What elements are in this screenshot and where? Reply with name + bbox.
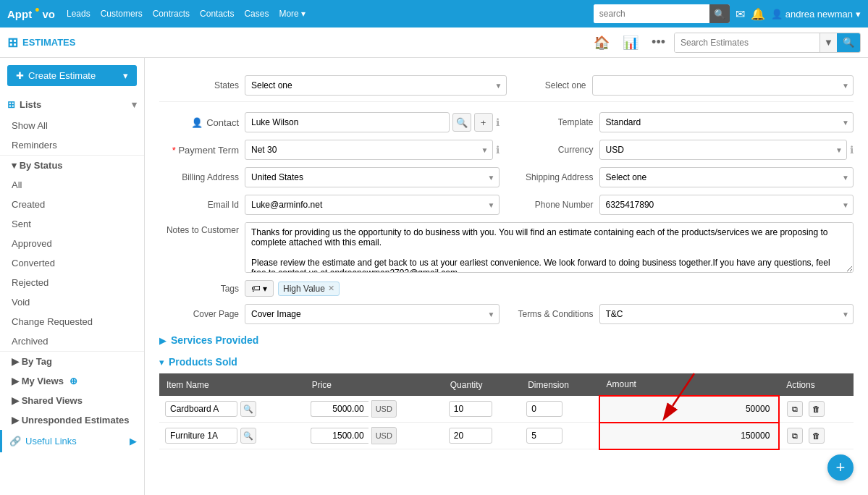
- tag-remove-button[interactable]: ✕: [328, 284, 334, 293]
- template-select[interactable]: Standard: [599, 112, 854, 132]
- select-one-select[interactable]: [592, 75, 854, 96]
- nav-search-input[interactable]: [594, 4, 709, 23]
- notification-icon[interactable]: 🔔: [751, 7, 765, 21]
- sidebar-unresponded-label: Unresponded Estimates: [22, 415, 130, 426]
- copy-button-2[interactable]: ⧉: [787, 428, 803, 444]
- sidebar-status-all[interactable]: All: [0, 175, 144, 195]
- sidebar-status-converted[interactable]: Converted: [0, 253, 144, 273]
- states-select-wrapper: Select one: [245, 75, 507, 96]
- item-search-button-2[interactable]: 🔍: [240, 428, 256, 444]
- sidebar-status-sent[interactable]: Sent: [0, 214, 144, 234]
- billing-select[interactable]: United States: [245, 167, 500, 187]
- sidebar-useful-links[interactable]: 🔗 Useful Links ▶: [0, 430, 144, 452]
- currency-select[interactable]: USD: [599, 140, 848, 160]
- bottom-add-button[interactable]: +: [827, 454, 854, 481]
- sidebar-status-archived[interactable]: Archived: [0, 331, 144, 351]
- dim-input-2[interactable]: [526, 428, 562, 444]
- nav-contacts[interactable]: Contacts: [200, 9, 234, 19]
- contact-search-button[interactable]: 🔍: [452, 113, 471, 132]
- tags-dropdown-button[interactable]: 🏷 ▾: [245, 280, 274, 297]
- user-menu[interactable]: 👤 andrea newman ▾: [771, 9, 861, 20]
- currency-label: Currency: [514, 145, 594, 155]
- lists-caret-icon: ▾: [132, 99, 137, 110]
- nav-links: Leads Customers Contracts Contacts Cases…: [67, 9, 306, 19]
- chart-icon-button[interactable]: 📊: [618, 33, 643, 52]
- sidebar-lists-label: Lists: [20, 99, 41, 110]
- products-section-header[interactable]: ▾ Products Sold: [159, 356, 854, 368]
- sidebar-by-tag-header[interactable]: ▶ By Tag: [0, 352, 144, 371]
- phone-col: Phone Number 6325417890: [514, 195, 854, 215]
- dim-input-1[interactable]: [526, 401, 562, 417]
- sidebar-lists-header[interactable]: ⊞ Lists ▾: [0, 93, 144, 116]
- item-search-button-1[interactable]: 🔍: [240, 401, 256, 417]
- sidebar-status-rejected[interactable]: Rejected: [0, 273, 144, 292]
- add-view-icon[interactable]: ⊕: [69, 376, 77, 386]
- page-title-text: ESTIMATES: [22, 37, 75, 48]
- payment-info-icon[interactable]: ℹ: [496, 144, 500, 156]
- price-input-2[interactable]: [311, 428, 368, 444]
- logo: Appt•vo: [7, 7, 55, 22]
- nav-customers[interactable]: Customers: [101, 9, 143, 19]
- useful-links-caret-icon: ▶: [130, 436, 137, 447]
- nav-contracts[interactable]: Contracts: [153, 9, 190, 19]
- nav-cases[interactable]: Cases: [244, 9, 269, 19]
- sidebar-shared-views-header[interactable]: ▶ Shared Views: [0, 391, 144, 410]
- search-estimates-go-button[interactable]: 🔍: [837, 33, 860, 52]
- payment-select[interactable]: Net 30: [245, 140, 493, 160]
- mail-icon[interactable]: ✉: [736, 7, 745, 21]
- payment-label: * Payment Term: [159, 145, 239, 156]
- qty-input-2[interactable]: [449, 428, 492, 444]
- sidebar-by-status-label: By Status: [20, 160, 63, 171]
- amount-input-1[interactable]: [606, 402, 773, 415]
- contact-input[interactable]: [245, 112, 450, 132]
- contact-add-button[interactable]: +: [474, 113, 493, 132]
- phone-select[interactable]: 6325417890: [599, 195, 854, 215]
- email-select[interactable]: Luke@arminfo.net: [245, 195, 500, 215]
- search-go-icon: 🔍: [843, 37, 854, 48]
- item-name-input-2[interactable]: [165, 428, 237, 444]
- price-cell-2: USD: [305, 423, 443, 449]
- nav-leads[interactable]: Leads: [67, 9, 90, 19]
- actions-cell-1: ⧉ 🗑: [779, 396, 854, 423]
- email-label: Email Id: [159, 200, 239, 210]
- sidebar-my-views-header[interactable]: ▶ My Views ⊕: [0, 371, 144, 391]
- sidebar-status-change-requested[interactable]: Change Requested: [0, 312, 144, 331]
- dim-cell-1: [521, 396, 599, 423]
- copy-button-1[interactable]: ⧉: [787, 401, 803, 417]
- qty-input-1[interactable]: [449, 401, 492, 417]
- delete-button-2[interactable]: 🗑: [809, 428, 825, 444]
- more-options-button[interactable]: •••: [647, 33, 670, 51]
- contact-info-icon[interactable]: ℹ: [496, 117, 500, 128]
- price-input-1[interactable]: [311, 401, 368, 417]
- billing-label: Billing Address: [159, 172, 239, 182]
- cover-select[interactable]: Cover Image: [245, 304, 500, 324]
- sidebar-show-all[interactable]: Show All: [0, 116, 144, 135]
- terms-select[interactable]: T&C: [599, 304, 854, 324]
- notes-textarea[interactable]: [245, 222, 854, 273]
- products-toggle-icon: ▾: [159, 357, 164, 368]
- sidebar-status-approved[interactable]: Approved: [0, 234, 144, 253]
- shipping-select[interactable]: Select one: [599, 167, 854, 187]
- currency-info-icon[interactable]: ℹ: [850, 144, 854, 156]
- filter-row: States Select one Select one: [159, 69, 854, 102]
- sidebar-unresponded-header[interactable]: ▶ Unresponded Estimates: [0, 410, 144, 430]
- delete-button-1[interactable]: 🗑: [809, 401, 825, 417]
- item-name-input-1[interactable]: [165, 401, 237, 417]
- states-select[interactable]: Select one: [245, 75, 507, 96]
- sidebar-status-created[interactable]: Created: [0, 195, 144, 214]
- search-estimates-dropdown[interactable]: ▼: [819, 33, 837, 52]
- currency-label-2: USD: [371, 427, 397, 444]
- amount-input-2[interactable]: [606, 429, 773, 442]
- create-estimate-button[interactable]: ✚ Create Estimate ▾: [7, 65, 137, 86]
- services-section-header[interactable]: ▶ Services Provided: [159, 334, 854, 346]
- nav-more[interactable]: More ▾: [279, 9, 306, 19]
- search-estimates-input[interactable]: [675, 33, 819, 52]
- home-icon-button[interactable]: 🏠: [589, 33, 614, 52]
- nav-search-button[interactable]: 🔍: [709, 4, 730, 23]
- sidebar-by-status-header[interactable]: ▾ By Status: [0, 156, 144, 175]
- by-status-expand-icon: ▾: [12, 160, 20, 171]
- amount-cell-2: [599, 423, 780, 449]
- sidebar-status-void[interactable]: Void: [0, 292, 144, 312]
- qty-cell-1: [443, 396, 521, 423]
- sidebar-reminders[interactable]: Reminders: [0, 135, 144, 155]
